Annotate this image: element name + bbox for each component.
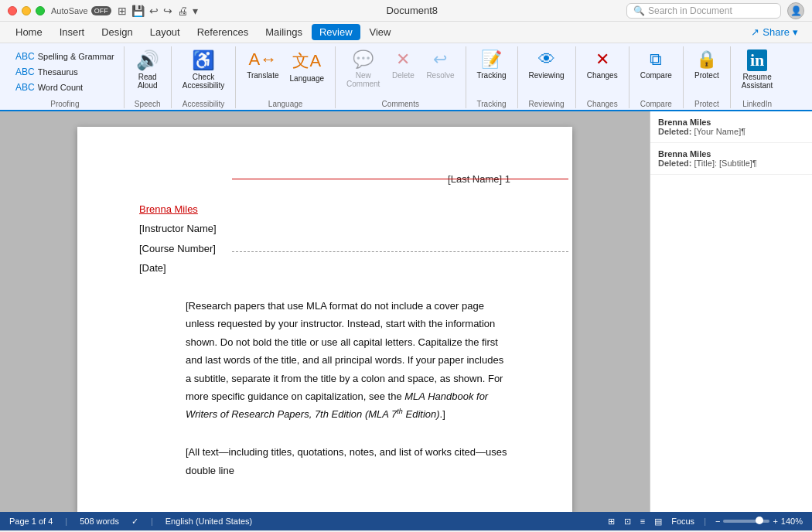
zoom-slider-thumb[interactable] (756, 517, 763, 524)
spelling-grammar-button[interactable]: ABC Spelling & Grammar (12, 49, 118, 63)
ribbon-group-language: A↔ Translate 文A Language Language (236, 46, 336, 108)
accessibility-label: CheckAccessibility (183, 73, 224, 90)
comment-card-1: Brenna Miles Deleted: [Your Name]¶ (650, 111, 812, 143)
titlebar-right: 🔍 Search in Document 👤 (626, 2, 804, 19)
zoom-percent: 140% (781, 517, 803, 526)
share-button[interactable]: ↗ Share ▾ (745, 25, 804, 39)
menu-design[interactable]: Design (94, 24, 140, 40)
zoom-slider[interactable] (723, 520, 769, 523)
ribbon-group-accessibility: ♿ CheckAccessibility Accessibility (172, 46, 236, 108)
focus-label[interactable]: Focus (671, 517, 694, 526)
menu-layout[interactable]: Layout (142, 24, 188, 40)
tracking-items: 📝 Tracking (473, 46, 511, 98)
translate-button[interactable]: A↔ Translate (242, 46, 283, 83)
instructor-line: [Instructor Name] (139, 220, 510, 237)
changes-icon: ✕ (595, 49, 609, 70)
delete-comment-button[interactable]: ✕ Delete (386, 46, 420, 83)
redo-icon[interactable]: ↪ (163, 5, 172, 17)
resume-assistant-button[interactable]: in ResumeAssistant (737, 46, 778, 93)
comments-group-label: Comments (342, 100, 459, 108)
quick-access-toolbar: ⊞ 💾 ↩ ↪ 🖨 ▾ (118, 5, 198, 17)
resume-label: ResumeAssistant (742, 73, 773, 90)
menu-home[interactable]: Home (8, 24, 50, 40)
reviewing-items: 👁 Reviewing (524, 46, 569, 98)
user-avatar[interactable]: 👤 (787, 2, 804, 19)
separator-2: | (151, 517, 153, 526)
deleted-label-1: Deleted: (658, 127, 691, 136)
speech-items: 🔊 ReadAloud (131, 46, 165, 98)
date-line: [Date] (139, 259, 510, 277)
resolve-label: Resolve (426, 71, 454, 80)
document-content[interactable]: Brenna Miles [Instructor Name] [Course N… (139, 200, 510, 479)
thesaurus-label: Thesaurus (38, 67, 78, 77)
tracking-icon: 📝 (481, 49, 502, 70)
accessibility-items: ♿ CheckAccessibility (178, 46, 229, 98)
changes-button[interactable]: ✕ Changes (582, 46, 623, 83)
tracking-group-label: Tracking (473, 100, 511, 108)
mla-text-end: .] (440, 409, 445, 421)
compare-icon: ⧉ (650, 49, 662, 70)
author-name: Brenna Miles (139, 203, 198, 215)
language-label: Language (290, 74, 325, 83)
language-button[interactable]: 文A Language (285, 46, 329, 86)
author-line: Brenna Miles (139, 200, 510, 218)
document-main: [Last Name] 1 Brenna Miles [Instructor N… (0, 111, 650, 512)
undo-icon[interactable]: ↩ (149, 5, 159, 17)
chevron-down-icon: ▾ (793, 26, 798, 38)
protect-label: Protect (694, 71, 719, 80)
language-status: English (United States) (165, 517, 253, 526)
menu-view[interactable]: View (362, 24, 399, 40)
zoom-control: − + 140% (715, 517, 803, 526)
protect-items: 🔒 Protect (690, 46, 724, 98)
zoom-plus[interactable]: + (773, 517, 777, 526)
close-button[interactable] (8, 6, 17, 15)
deleted-text-1: [Your Name]¶ (694, 127, 745, 136)
ribbon: ABC Spelling & Grammar ABC Thesaurus ABC… (0, 43, 812, 111)
view-icon-3: ≡ (640, 517, 645, 526)
resume-group-label: LinkedIn (737, 100, 778, 108)
zoom-minus[interactable]: − (715, 517, 720, 526)
search-placeholder: Search in Document (648, 5, 732, 16)
menu-mailings[interactable]: Mailings (258, 24, 310, 40)
autosave-label: AutoSave (51, 6, 88, 15)
view-icon-4: ▤ (654, 517, 662, 527)
separator-1: | (65, 517, 67, 526)
new-comment-button[interactable]: 💬 NewComment (342, 46, 384, 91)
protect-button[interactable]: 🔒 Protect (690, 46, 724, 83)
date-text: [Date] (139, 262, 166, 274)
customize-icon[interactable]: ▾ (193, 5, 198, 17)
tracking-button[interactable]: 📝 Tracking (473, 46, 511, 83)
titlebar: AutoSave OFF ⊞ 💾 ↩ ↪ 🖨 ▾ Document8 🔍 Sea… (0, 0, 812, 22)
search-icon: 🔍 (633, 5, 645, 16)
minimize-button[interactable] (22, 6, 31, 15)
autosave-toggle[interactable]: OFF (91, 6, 111, 15)
check-accessibility-button[interactable]: ♿ CheckAccessibility (178, 46, 229, 93)
resolve-button[interactable]: ↩ Resolve (421, 46, 459, 83)
ribbon-group-tracking: 📝 Tracking Tracking (466, 46, 518, 108)
save-icon[interactable]: 💾 (131, 5, 145, 17)
word-count-label: Word Count (38, 83, 84, 92)
word-count-button[interactable]: ABC Word Count (12, 80, 118, 94)
compare-button[interactable]: ⧉ Compare (636, 46, 677, 83)
maximize-button[interactable] (36, 6, 45, 15)
view-icons: ⊞ (608, 517, 615, 527)
page-header: [Last Name] 1 (139, 173, 510, 185)
separator-3: | (704, 517, 706, 526)
print-icon[interactable]: 🖨 (177, 5, 188, 17)
read-aloud-button[interactable]: 🔊 ReadAloud (131, 46, 165, 93)
menu-references[interactable]: References (189, 24, 256, 40)
protect-icon: 🔒 (696, 49, 717, 70)
thesaurus-button[interactable]: ABC Thesaurus (12, 65, 118, 79)
reviewing-button[interactable]: 👁 Reviewing (524, 46, 569, 83)
ribbon-group-changes: ✕ Changes Changes (576, 46, 629, 108)
comments-items: 💬 NewComment ✕ Delete ↩ Resolve (342, 46, 459, 98)
ribbon-group-reviewing: 👁 Reviewing Reviewing (518, 46, 576, 108)
menu-review[interactable]: Review (312, 24, 360, 40)
instructor-text: [Instructor Name] (139, 223, 217, 234)
menu-insert[interactable]: Insert (52, 24, 93, 40)
thesaurus-icon: ABC (15, 66, 35, 77)
course-text: [Course Number] (139, 243, 216, 254)
search-bar[interactable]: 🔍 Search in Document (626, 3, 781, 19)
spelling-icon: ABC (15, 51, 35, 62)
language-items: A↔ Translate 文A Language (242, 46, 329, 98)
